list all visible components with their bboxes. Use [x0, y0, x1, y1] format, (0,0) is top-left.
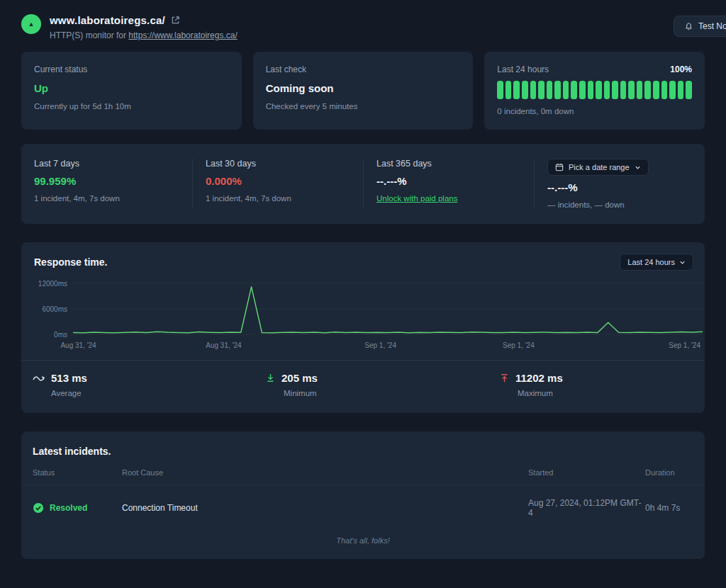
summary-cards: Current status Up Currently up for 5d 1h…	[21, 52, 705, 130]
incident-row[interactable]: ResolvedConnection TimeoutAug 27, 2024, …	[21, 485, 705, 531]
col-started: Started	[528, 468, 645, 477]
chart-x-axis: Aug 31, '24Aug 31, '24Sep 1, '24Sep 1, '…	[73, 341, 700, 353]
last-24h-label: Last 24 hours	[497, 64, 549, 74]
maximum-value: 11202 ms	[515, 372, 563, 384]
monitor-page: ▲ www.laboratoiregs.ca/ HTTP(S) monitor …	[0, 0, 726, 559]
uptime-custom-detail: — incidents, — down	[547, 200, 692, 209]
uptime-bar	[506, 81, 512, 99]
uptime-bar	[596, 81, 602, 99]
uptime-7d: Last 7 days 99.959% 1 incident, 4m, 7s d…	[21, 159, 192, 209]
test-notification-button[interactable]: Test Notification	[674, 16, 726, 37]
uptime-bar	[661, 81, 668, 99]
response-time-series	[73, 287, 703, 333]
y-axis-tick: 6000ms	[42, 305, 67, 313]
monitor-status-icon: ▲	[21, 14, 41, 34]
response-time-chart: 12000ms6000ms0ms	[73, 279, 700, 339]
incidents-title: Latest incidents.	[21, 446, 705, 457]
last-24-hours-card: Last 24 hours 100% 0 incidents, 0m down	[484, 52, 705, 130]
resolved-check-icon	[33, 502, 44, 514]
uptime-7d-detail: 1 incident, 4m, 7s down	[34, 194, 179, 203]
uptime-30d-label: Last 30 days	[206, 159, 350, 169]
stat-maximum: 11202 ms Maximum	[499, 372, 693, 397]
incident-duration: 0h 4m 7s	[645, 503, 693, 513]
uptime-bar	[678, 81, 684, 99]
uptime-bar	[554, 81, 561, 99]
incident-root-cause: Connection Timeout	[122, 503, 528, 513]
average-icon	[33, 373, 45, 383]
uptime-bar	[644, 81, 651, 99]
col-duration: Duration	[645, 468, 693, 477]
response-time-panel: Response time. Last 24 hours 12000ms6000…	[21, 242, 705, 413]
minimum-icon	[265, 373, 276, 383]
x-axis-tick: Sep 1, '24	[364, 341, 396, 349]
incident-status: Resolved	[33, 502, 122, 514]
uptime-bar	[653, 81, 659, 99]
header: ▲ www.laboratoiregs.ca/ HTTP(S) monitor …	[21, 14, 705, 40]
x-axis-tick: Sep 1, '24	[503, 341, 535, 349]
incidents-empty-note: That's all, folks!	[21, 531, 705, 548]
uptime-bar	[588, 81, 594, 99]
uptime-30d-detail: 1 incident, 4m, 7s down	[206, 194, 350, 203]
response-time-range-dropdown[interactable]: Last 24 hours	[620, 254, 693, 271]
col-root-cause: Root Cause	[122, 468, 528, 477]
external-link-icon[interactable]	[171, 16, 180, 25]
uptime-bar	[563, 81, 569, 99]
uptime-bar	[612, 81, 618, 99]
incidents-header-row: Status Root Cause Started Duration	[21, 457, 705, 485]
response-time-line-chart	[73, 279, 703, 339]
response-time-stats: 513 ms Average 205 ms Minimum	[21, 361, 705, 400]
unlock-paid-plans-link[interactable]: Unlock with paid plans	[376, 194, 457, 203]
pick-date-range-button[interactable]: Pick a date range	[547, 159, 649, 176]
current-status-detail: Currently up for 5d 1h 10m	[34, 102, 229, 111]
uptime-bar	[497, 81, 503, 99]
col-status: Status	[33, 468, 122, 477]
response-time-title: Response time.	[21, 256, 705, 268]
average-value: 513 ms	[51, 372, 87, 384]
x-axis-tick: Aug 31, '24	[206, 341, 241, 349]
incident-started: Aug 27, 2024, 01:12PM GMT-4	[528, 498, 645, 518]
uptime-periods-panel: Last 7 days 99.959% 1 incident, 4m, 7s d…	[21, 144, 705, 224]
uptime-bar	[530, 81, 537, 99]
stat-minimum: 205 ms Minimum	[265, 372, 499, 397]
uptime-7d-value: 99.959%	[34, 175, 179, 187]
uptime-bar	[538, 81, 544, 99]
monitor-url-link[interactable]: https://www.laboratoiregs.ca/	[128, 30, 237, 40]
test-notification-icon	[684, 22, 693, 31]
incident-status-label: Resolved	[50, 503, 87, 513]
uptime-30d-value: 0.000%	[206, 175, 350, 187]
uptime-bar	[604, 81, 610, 99]
chevron-down-icon	[679, 259, 686, 266]
chevron-down-icon	[635, 164, 641, 171]
calendar-icon	[555, 163, 564, 171]
latest-incidents-panel: Latest incidents. Status Root Cause Star…	[21, 431, 705, 559]
current-status-label: Current status	[34, 64, 229, 74]
average-label: Average	[51, 389, 265, 397]
test-notification-label: Test Notification	[698, 21, 726, 31]
uptime-bar	[522, 81, 528, 99]
maximum-icon	[499, 373, 510, 383]
minimum-label: Minimum	[284, 389, 499, 397]
uptime-bar	[669, 81, 676, 99]
maximum-label: Maximum	[518, 389, 693, 397]
stat-average: 513 ms Average	[33, 372, 265, 397]
x-axis-tick: Sep 1, '24	[669, 341, 700, 349]
current-status-value: Up	[34, 82, 229, 94]
last-24h-detail: 0 incidents, 0m down	[497, 107, 692, 115]
uptime-7d-label: Last 7 days	[34, 159, 179, 169]
last-check-card: Last check Coming soon Checked every 5 m…	[253, 52, 474, 130]
uptime-bar	[620, 81, 627, 99]
y-axis-tick: 0ms	[54, 331, 67, 339]
uptime-bar	[571, 81, 577, 99]
current-status-card: Current status Up Currently up for 5d 1h…	[21, 52, 242, 130]
uptime-bars	[497, 81, 692, 99]
minimum-value: 205 ms	[281, 372, 318, 384]
monitor-subtitle: HTTP(S) monitor for https://www.laborato…	[50, 30, 238, 40]
last-check-value: Coming soon	[266, 82, 461, 94]
page-title: www.laboratoiregs.ca/	[50, 14, 165, 26]
uptime-365d-label: Last 365 days	[376, 159, 521, 169]
response-time-range-label: Last 24 hours	[627, 258, 675, 266]
last-check-label: Last check	[266, 64, 461, 74]
y-axis-tick: 12000ms	[38, 280, 67, 288]
uptime-custom-value: --.---%	[547, 181, 692, 193]
uptime-custom-range: Pick a date range --.---% — incidents, —…	[534, 159, 705, 209]
